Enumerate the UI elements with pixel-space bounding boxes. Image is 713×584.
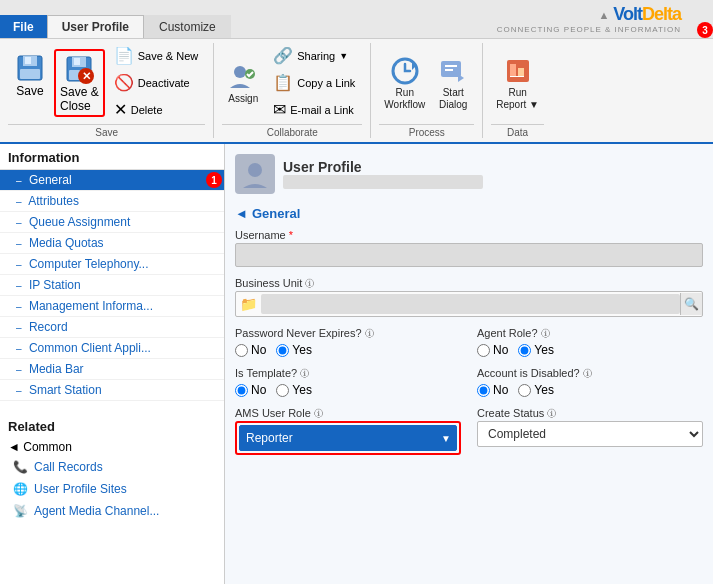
ams-user-role-highlight: Reporter ▼ (235, 421, 461, 455)
save-close-button[interactable]: ✕ Save &Close (54, 49, 105, 117)
sharing-icon: 🔗 (273, 46, 293, 65)
sidebar-item-general[interactable]: – General 1 (0, 170, 224, 191)
sidebar-item-attributes[interactable]: – Attributes (0, 191, 224, 212)
sidebar-item-management-info[interactable]: – Management Informa... (0, 296, 224, 317)
run-report-label: RunReport ▼ (496, 87, 539, 111)
sidebar-label-media-quotas: Media Quotas (29, 236, 104, 250)
ams-user-role-help-icon: 🛈 (314, 408, 324, 419)
run-workflow-button[interactable]: RunWorkflow (379, 52, 430, 114)
create-status-select[interactable]: Completed (477, 421, 703, 447)
svg-rect-20 (510, 76, 524, 77)
svg-rect-6 (74, 58, 80, 65)
sharing-button[interactable]: 🔗 Sharing ▼ (266, 43, 362, 68)
process-group-label: Process (379, 124, 474, 138)
template-no-radio[interactable] (235, 384, 248, 397)
logo: ▲ VoltDelta CONNECTING PEOPLE & INFORMAT… (487, 0, 691, 38)
copy-link-icon: 📋 (273, 73, 293, 92)
run-workflow-icon (389, 55, 421, 87)
sidebar-item-media-quotas[interactable]: – Media Quotas (0, 233, 224, 254)
email-link-button[interactable]: ✉ E-mail a Link (266, 97, 362, 122)
sidebar-label-computer-telephony: Computer Telephony... (29, 257, 149, 271)
sidebar-item-call-records[interactable]: 📞 Call Records (0, 456, 224, 478)
save-group-label: Save (8, 124, 205, 138)
agent-yes-option[interactable]: Yes (518, 343, 554, 357)
business-unit-lookup-btn[interactable]: 🔍 (680, 293, 702, 315)
sidebar-item-computer-telephony[interactable]: – Computer Telephony... (0, 254, 224, 275)
svg-rect-2 (25, 57, 31, 64)
sidebar-item-media-bar[interactable]: – Media Bar (0, 359, 224, 380)
create-status-group: Create Status 🛈 Completed (477, 407, 703, 455)
password-radio-group: No Yes (235, 343, 461, 357)
create-status-select-wrapper: Completed (477, 421, 703, 447)
password-yes-option[interactable]: Yes (276, 343, 312, 357)
sidebar-item-queue-assignment[interactable]: – Queue Assignment (0, 212, 224, 233)
email-link-label: E-mail a Link (290, 104, 354, 116)
sidebar-item-common-client[interactable]: – Common Client Appli... (0, 338, 224, 359)
acct-no-radio[interactable] (477, 384, 490, 397)
process-group-items: RunWorkflow StartDialog (379, 43, 474, 122)
general-arrow: ◄ (235, 206, 248, 221)
svg-point-10 (234, 66, 246, 78)
template-yes-option[interactable]: Yes (276, 383, 312, 397)
password-no-option[interactable]: No (235, 343, 266, 357)
sidebar-information-label: Information (0, 144, 224, 170)
deactivate-button[interactable]: 🚫 Deactivate (107, 70, 206, 95)
sidebar-item-smart-station[interactable]: – Smart Station (0, 380, 224, 401)
ribbon-group-collaborate: Assign 🔗 Sharing ▼ 📋 Copy a Link ✉ E-mai… (214, 43, 371, 138)
copy-link-button[interactable]: 📋 Copy a Link (266, 70, 362, 95)
template-group: Is Template? 🛈 No Yes (235, 367, 461, 397)
password-no-radio[interactable] (235, 344, 248, 357)
business-unit-input[interactable]: 📁 🔍 (235, 291, 703, 317)
sidebar-item-record[interactable]: – Record (0, 317, 224, 338)
assign-button[interactable]: Assign (222, 58, 264, 108)
ams-user-role-select[interactable]: Reporter (239, 425, 457, 451)
acct-yes-label: Yes (534, 383, 554, 397)
template-no-option[interactable]: No (235, 383, 266, 397)
delete-button[interactable]: ✕ Delete (107, 97, 206, 122)
save-close-icon: ✕ (63, 53, 95, 85)
sidebar-label-general: General (29, 173, 72, 187)
agent-no-option[interactable]: No (477, 343, 508, 357)
run-report-icon (502, 55, 534, 87)
save-label: Save (16, 84, 43, 98)
save-button[interactable]: Save (8, 49, 52, 117)
username-input-blurred[interactable] (235, 243, 703, 267)
sidebar-item-ip-station[interactable]: – IP Station (0, 275, 224, 296)
template-account-row: Is Template? 🛈 No Yes Account is Di (235, 367, 703, 397)
logo-tagline: CONNECTING PEOPLE & INFORMATION (497, 25, 681, 34)
run-report-button[interactable]: RunReport ▼ (491, 52, 544, 114)
acct-yes-option[interactable]: Yes (518, 383, 554, 397)
sidebar-arrow-media-quotas: – (16, 238, 22, 249)
sidebar-label-common-client: Common Client Appli... (29, 341, 151, 355)
tab-file[interactable]: File (0, 15, 47, 38)
business-unit-help-icon: 🛈 (305, 278, 315, 289)
tab-customize[interactable]: Customize (144, 15, 231, 38)
call-records-icon: 📞 (12, 459, 28, 475)
sidebar-arrow-mgmt: – (16, 301, 22, 312)
content-title-group: User Profile (283, 159, 483, 189)
sidebar-label-attributes: Attributes (28, 194, 79, 208)
acct-no-option[interactable]: No (477, 383, 508, 397)
password-yes-radio[interactable] (276, 344, 289, 357)
logo-delta: Delta (642, 4, 681, 25)
tab-user-profile[interactable]: User Profile (47, 15, 144, 38)
template-yes-radio[interactable] (276, 384, 289, 397)
password-help-icon: 🛈 (365, 328, 375, 339)
agent-no-radio[interactable] (477, 344, 490, 357)
svg-rect-14 (445, 65, 457, 67)
assign-icon (227, 61, 259, 93)
content-header: User Profile (235, 154, 703, 194)
ribbon-group-data: RunReport ▼ Data (483, 43, 552, 138)
sidebar-item-agent-media-channel[interactable]: 📡 Agent Media Channel... (0, 500, 224, 522)
svg-rect-18 (510, 64, 516, 76)
deactivate-label: Deactivate (138, 77, 190, 89)
save-new-button[interactable]: 📄 Save & New (107, 43, 206, 68)
template-yes-label: Yes (292, 383, 312, 397)
sidebar-item-user-profile-sites[interactable]: 🌐 User Profile Sites (0, 478, 224, 500)
sidebar-arrow-record: – (16, 322, 22, 333)
sidebar-label-agent-media-channel: Agent Media Channel... (34, 504, 159, 518)
collaborate-group-items: Assign 🔗 Sharing ▼ 📋 Copy a Link ✉ E-mai… (222, 43, 362, 122)
start-dialog-button[interactable]: StartDialog (432, 52, 474, 114)
agent-yes-radio[interactable] (518, 344, 531, 357)
acct-yes-radio[interactable] (518, 384, 531, 397)
